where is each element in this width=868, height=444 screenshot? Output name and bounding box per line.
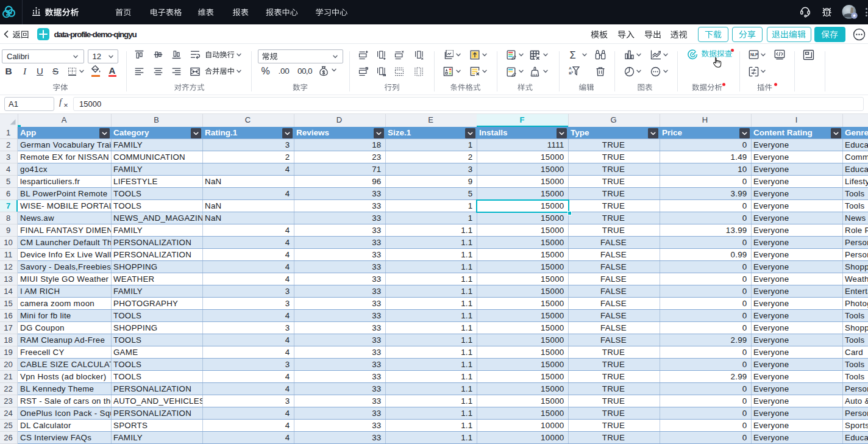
svg-text:A: A [569,66,572,70]
svg-text:B: B [569,71,572,75]
svg-text:NLP: NLP [750,52,758,57]
